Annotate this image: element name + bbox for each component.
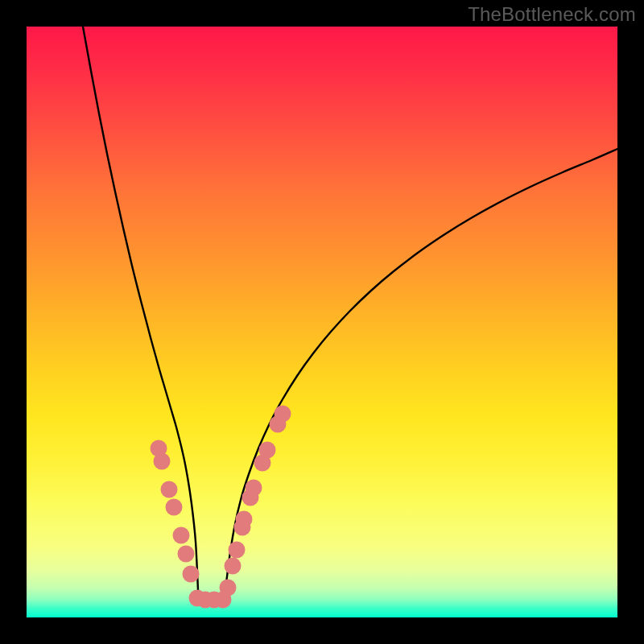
chart-frame: TheBottleneck.com (0, 0, 644, 644)
data-dot (173, 527, 190, 544)
left-dot-group (151, 440, 223, 609)
curve-right-branch (225, 149, 617, 590)
data-dot (154, 453, 171, 470)
data-dot (166, 499, 183, 516)
data-dot (275, 406, 291, 423)
data-dot (220, 580, 237, 597)
data-dot (225, 558, 242, 575)
watermark-text: TheBottleneck.com (468, 3, 636, 26)
chart-overlay (27, 27, 617, 617)
data-dot (229, 542, 246, 559)
data-dot (178, 546, 195, 563)
data-dot (161, 481, 178, 498)
data-dot (259, 442, 276, 459)
data-dot (183, 566, 200, 583)
data-dot (246, 480, 262, 497)
data-dot (236, 511, 253, 528)
